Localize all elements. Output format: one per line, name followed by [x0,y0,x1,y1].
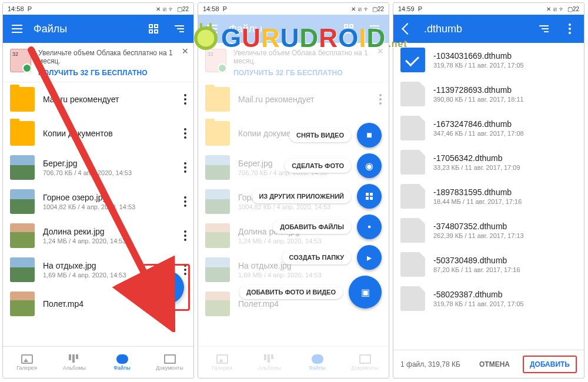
folder-icon: ▸ [365,253,374,262]
list-item[interactable]: Mail.ru рекомендует [3,82,193,116]
list-item[interactable]: -503730489.dthumb87,20 КБ / 11 авг. 2017… [393,247,584,282]
app-bar: Файлы [198,15,389,43]
fab-option-other-apps[interactable]: ИЗ ДРУГИХ ПРИЛОЖЕНИЙ [252,184,382,209]
list-item[interactable]: -1897831595.dthumb18,44 МБ / 11 авг. 201… [393,179,584,213]
promo-title: Увеличьте объем Облака бесплатно на 1 ме… [38,49,186,65]
cancel-button[interactable]: ОТМЕНА [473,357,516,372]
close-icon[interactable]: ✕ [182,46,189,56]
document-icon [164,354,176,364]
albums-icon [69,354,81,364]
selection-footer: 1 файл, 319,78 КБ ОТМЕНА ДОБАВИТЬ [393,350,584,378]
nav-docs[interactable]: Документы [146,347,193,378]
list-item[interactable]: -374807352.dthumb262,39 КБ / 11 авг. 201… [393,213,584,247]
nav-albums[interactable]: Альбомы [51,347,98,378]
sd-card-icon [10,49,31,72]
vibrate-icon: ✕ [156,6,161,12]
nav-files[interactable]: Файлы [98,347,146,378]
list-item[interactable]: Горное озеро.jpg1004,82 КБ / 4 апр. 2020… [3,185,193,219]
fab-option-add-media[interactable]: ДОБАВИТЬ ФОТО И ВИДЕО▣ [239,276,382,309]
video-icon: ■ [365,130,374,140]
more-icon[interactable] [184,94,186,105]
fab-option-add-files[interactable]: ДОБАВИТЬ ФАЙЛЫ▪ [273,215,382,239]
cloud-icon [116,354,128,364]
bottom-nav: Галерея Альбомы Файлы Документы [3,346,193,378]
camera-icon: ◉ [365,161,374,170]
list-item[interactable]: Долина реки.jpg1,24 МБ / 4 апр. 2020, 14… [3,219,193,253]
more-icon[interactable] [184,230,186,241]
nav-gallery[interactable]: Галерея [3,347,51,378]
more-icon[interactable] [184,128,186,139]
view-grid-icon[interactable] [144,19,163,38]
list-item[interactable]: Копии документов [3,116,193,150]
more-icon[interactable] [184,196,186,207]
more-icon[interactable] [184,264,186,275]
status-bar: 14:58 P ✕⎚ᯤ▢22 [3,3,193,15]
check-icon [400,48,425,72]
fab-option-create-folder[interactable]: СОЗДАТЬ ПАПКУ▸ [282,245,382,270]
page-title: .dthumb [424,23,527,35]
more-icon[interactable] [560,19,579,38]
back-button[interactable] [398,19,417,38]
app-bar: .dthumb [393,15,584,43]
image-icon: ▣ [360,287,370,297]
apps-icon [365,192,374,201]
screenshot-2: 14:58 P ✕⎚ᯤ▢22 Файлы Увеличьте объем Обл… [198,2,389,378]
list-item[interactable]: Берег.jpg706,70 КБ / 4 апр. 2020, 14:53 [3,150,193,185]
promo-cta-button[interactable]: ПОЛУЧИТЬ 32 ГБ БЕСПЛАТНО [38,69,186,77]
status-bar: 14:58 P ✕⎚ᯤ▢22 [198,3,389,15]
list-item[interactable]: -17056342.dthumb33,23 КБ / 11 авг. 2017,… [393,145,584,179]
fab-option-video[interactable]: СНЯТЬ ВИДЕО■ [289,123,382,148]
add-button[interactable]: ДОБАВИТЬ [523,356,577,373]
menu-icon[interactable] [8,19,26,38]
battery-icon: ▢22 [177,6,189,12]
sort-icon[interactable] [534,19,553,38]
cast-icon: ⎚ [163,6,166,12]
list-item[interactable]: -58029387.dthumb319,78 КБ / 11 авг. 2017… [393,282,584,316]
status-bar: 14:59 P ✕⎚ᯤ▢22 [393,3,584,15]
list-item[interactable]: -1139728693.dthumb390,80 КБ / 11 авг. 20… [393,77,584,111]
file-icon: ▪ [365,222,374,232]
page-title: Файлы [34,23,137,35]
screenshot-1: 14:58 P ✕⎚ᯤ▢22 Файлы Увеличьте объем Обл… [2,2,194,378]
gallery-icon [21,354,33,364]
app-bar: Файлы [3,15,193,43]
selection-info: 1 файл, 319,78 КБ [400,360,466,368]
promo-banner: Увеличьте объем Облака бесплатно на 1 ме… [3,43,193,82]
wifi-icon: ᯤ [169,6,175,12]
fab-option-photo[interactable]: СДЕЛАТЬ ФОТО◉ [285,153,382,178]
fab-add-button[interactable] [151,271,184,304]
more-icon[interactable] [184,162,186,173]
list-item[interactable]: -1034031669.dthumb319,78 КБ / 11 авг. 20… [393,43,584,77]
screenshot-3: 14:59 P ✕⎚ᯤ▢22 .dthumb -1034031669.dthum… [393,2,584,378]
list-item[interactable]: -1673247846.dthumb347,46 КБ / 11 авг. 20… [393,111,584,145]
fab-menu: СНЯТЬ ВИДЕО■ СДЕЛАТЬ ФОТО◉ ИЗ ДРУГИХ ПРИ… [239,123,382,309]
sort-icon[interactable] [170,19,189,38]
